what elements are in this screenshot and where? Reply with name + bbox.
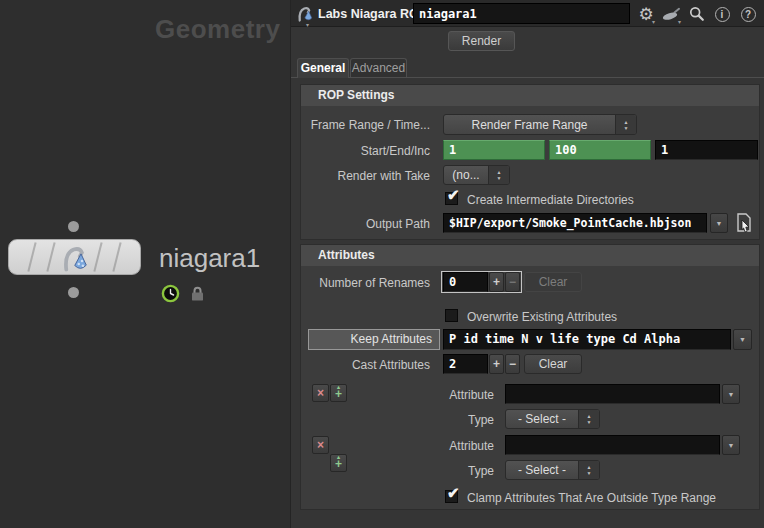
dropdown-arrow-icon: ▼: [716, 220, 723, 227]
dropdown-arrow-icon: ▼: [728, 442, 735, 449]
niagara-showerhead-icon: [60, 242, 90, 272]
render-with-take-dropdown[interactable]: (no... ▲▼: [443, 165, 510, 185]
lock-flag-icon[interactable]: [189, 285, 206, 302]
cast-attributes-label: Cast Attributes: [300, 358, 430, 372]
node-type-label: Labs Niagara ROP: [318, 7, 427, 21]
frame-range-label: Frame Range / Time...: [300, 118, 430, 132]
renames-clear-button: Clear: [524, 272, 582, 292]
multiparm-insert-button[interactable]: ▴ +: [330, 384, 347, 402]
network-context-label: Geometry: [155, 14, 280, 45]
create-dirs-checkbox[interactable]: ✔: [445, 192, 458, 205]
render-with-take-label: Render with Take: [300, 169, 430, 183]
type-value: - Select -: [506, 410, 578, 428]
clamp-checkbox[interactable]: ✔: [445, 490, 458, 503]
node-stripe: [112, 242, 121, 272]
type-label: Type: [380, 413, 494, 427]
keep-attributes-field[interactable]: P id time N v life type Cd Alpha: [443, 329, 731, 350]
type-label: Type: [380, 464, 494, 478]
multiparm-insert-button[interactable]: ▴ +: [330, 454, 347, 472]
tab-underline: [291, 77, 764, 78]
rop-settings-title: ROP Settings: [318, 88, 394, 102]
number-of-renames-label: Number of Renames: [300, 276, 430, 290]
brush-menu-caret-icon: ▾: [678, 19, 681, 25]
renames-add-button[interactable]: +: [489, 272, 504, 292]
render-with-take-value: (no...: [444, 166, 488, 184]
plus-icon: +: [493, 275, 500, 289]
attribute-field[interactable]: [505, 435, 720, 455]
delete-x-icon: ×: [317, 386, 324, 400]
renames-count-field[interactable]: 0: [443, 272, 488, 292]
node-name-input[interactable]: [413, 3, 630, 24]
cast-remove-button[interactable]: −: [505, 354, 520, 374]
search-glyph: [689, 6, 705, 22]
search-icon[interactable]: [687, 4, 707, 24]
delete-x-icon: ×: [317, 438, 324, 452]
node-input-connector[interactable]: [68, 221, 79, 232]
attribute-field[interactable]: [505, 384, 720, 404]
dropdown-arrow-icon: ▼: [728, 391, 735, 398]
type-dropdown[interactable]: - Select - ▲▼: [505, 409, 600, 429]
overwrite-label: Overwrite Existing Attributes: [467, 310, 617, 324]
increment-field[interactable]: 1: [655, 140, 758, 160]
output-path-label: Output Path: [300, 217, 430, 231]
rop-settings-group-header[interactable]: ROP Settings: [301, 85, 759, 106]
multiparm-delete-button[interactable]: ×: [312, 384, 329, 402]
cast-count-field[interactable]: 2: [443, 354, 488, 374]
start-end-inc-label: Start/End/Inc: [300, 144, 430, 158]
type-dropdown[interactable]: - Select - ▲▼: [505, 460, 600, 480]
houdini-window: Geometry niagara1: [0, 0, 764, 528]
start-frame-field[interactable]: 1: [443, 140, 545, 160]
renames-remove-button[interactable]: −: [505, 272, 520, 292]
attribute-label: Attribute: [380, 388, 494, 402]
minus-icon: −: [509, 357, 516, 371]
tab-general[interactable]: General: [297, 58, 349, 78]
keep-attributes-menu-button[interactable]: ▼: [733, 329, 752, 350]
node-stripe: [93, 242, 102, 272]
node-stripe: [46, 242, 55, 272]
spinner-arrows-icon: ▲▼: [578, 410, 599, 428]
plus-icon: +: [493, 357, 500, 371]
spinner-arrows-icon: ▲▼: [615, 115, 636, 134]
create-dirs-label: Create Intermediate Directories: [467, 193, 634, 207]
help-icon[interactable]: ?: [738, 4, 758, 24]
output-path-field[interactable]: $HIP/export/Smoke_PointCache.hbjson: [443, 213, 707, 233]
end-frame-field[interactable]: 100: [549, 140, 651, 160]
node-output-connector[interactable]: [68, 287, 79, 298]
network-editor-pane[interactable]: Geometry niagara1: [0, 0, 290, 528]
keep-attributes-label[interactable]: Keep Attributes: [308, 329, 440, 350]
checkmark-icon: ✔: [447, 186, 460, 204]
clamp-label: Clamp Attributes That Are Outside Type R…: [467, 491, 716, 505]
type-value: - Select -: [506, 461, 578, 479]
node-name-label: niagara1: [159, 243, 260, 274]
overwrite-checkbox[interactable]: [445, 309, 458, 322]
attributes-group-header[interactable]: Attributes: [301, 245, 759, 266]
spinner-arrows-icon: ▲▼: [578, 461, 599, 479]
info-icon[interactable]: i: [712, 4, 732, 24]
tab-advanced[interactable]: Advanced: [350, 58, 407, 78]
node-stripe: [27, 242, 36, 272]
cast-clear-button[interactable]: Clear: [524, 354, 582, 374]
attribute-menu-button[interactable]: ▼: [722, 435, 740, 455]
insert-plus-icon: +: [335, 388, 342, 400]
insert-plus-icon: +: [335, 458, 342, 470]
frame-range-value: Render Frame Range: [444, 115, 615, 134]
output-path-menu-button[interactable]: ▼: [710, 213, 728, 233]
attribute-label: Attribute: [380, 439, 494, 453]
attribute-menu-button[interactable]: ▼: [722, 384, 740, 404]
multiparm-delete-button[interactable]: ×: [312, 436, 329, 454]
node-type-menu-caret-icon: ▾: [306, 22, 309, 28]
file-chooser-icon[interactable]: [734, 212, 754, 234]
clock-display-flag-icon[interactable]: [161, 284, 180, 303]
render-button[interactable]: Render: [448, 31, 515, 51]
cast-add-button[interactable]: +: [489, 354, 504, 374]
niagara-node-tile[interactable]: [8, 239, 141, 275]
minus-icon: −: [509, 275, 516, 289]
niagara-showerhead-icon[interactable]: [296, 4, 314, 22]
frame-range-dropdown[interactable]: Render Frame Range ▲▼: [443, 114, 637, 135]
gear-menu-caret-icon: ▾: [652, 19, 655, 25]
checkmark-icon: ✔: [447, 484, 460, 502]
attributes-title: Attributes: [318, 248, 375, 262]
spinner-arrows-icon: ▲▼: [488, 166, 509, 184]
dropdown-arrow-icon: ▼: [739, 336, 746, 343]
